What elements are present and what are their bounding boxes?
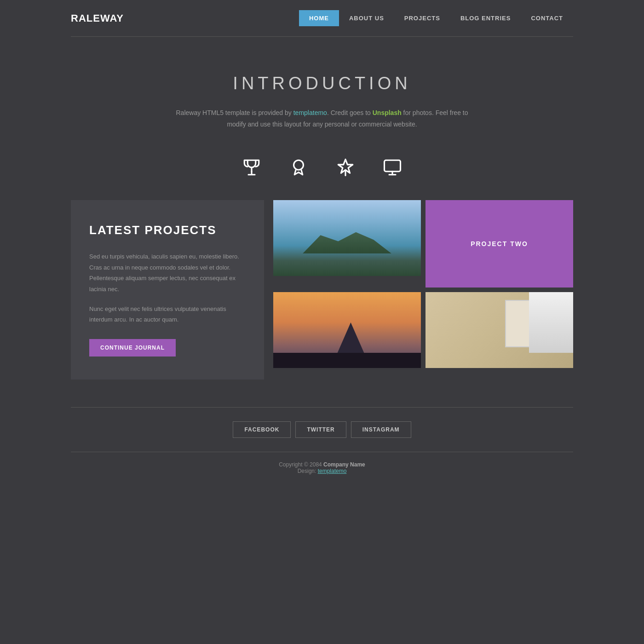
project-item-1[interactable] <box>273 200 421 288</box>
navbar: RALEWAY HOME ABOUT US PROJECTS BLOG ENTR… <box>71 0 573 36</box>
nav-divider <box>71 36 573 37</box>
intro-text-middle: . Credit goes to <box>327 109 373 116</box>
intro-heading: INTRODUCTION <box>117 74 527 93</box>
intro-description: Raleway HTML5 template is provided by te… <box>166 107 478 130</box>
nav-links: HOME ABOUT US PROJECTS BLOG ENTRIES CONT… <box>299 10 573 26</box>
nav-link-about[interactable]: ABOUT US <box>339 10 394 26</box>
svg-rect-3 <box>385 161 401 172</box>
design-line: Design: templatemo <box>71 468 573 474</box>
intro-text-before: Raleway HTML5 template is provided by <box>176 109 293 116</box>
monitor-icon <box>383 158 402 177</box>
projects-title: LATEST PROJECTS <box>89 223 246 237</box>
site-logo[interactable]: RALEWAY <box>71 12 124 24</box>
project-item-4[interactable] <box>426 292 573 380</box>
pin-icon <box>336 158 355 177</box>
facebook-button[interactable]: FACEBOOK <box>233 421 291 438</box>
nav-item-about[interactable]: ABOUT US <box>339 10 394 26</box>
social-bar: FACEBOOK TWITTER INSTAGRAM <box>71 408 573 452</box>
nav-item-blog[interactable]: BLOG ENTRIES <box>450 10 521 26</box>
projects-grid: PROJECT TWO <box>273 200 573 379</box>
project-item-2[interactable]: PROJECT TWO <box>426 200 573 288</box>
project-item-3[interactable] <box>273 292 421 380</box>
svg-point-1 <box>294 161 304 170</box>
projects-para-2: Nunc eget velit nec felis ultrices vulpu… <box>89 304 246 325</box>
intro-section: INTRODUCTION Raleway HTML5 template is p… <box>71 55 573 139</box>
footer-copyright: Copyright © 2084 Company Name Design: te… <box>71 452 573 488</box>
projects-description: LATEST PROJECTS Sed eu turpis vehicula, … <box>71 200 264 379</box>
project-image-desk <box>426 292 573 368</box>
projects-section: LATEST PROJECTS Sed eu turpis vehicula, … <box>71 200 573 407</box>
twitter-button[interactable]: TWITTER <box>295 421 346 438</box>
nav-item-projects[interactable]: PROJECTS <box>394 10 450 26</box>
templatemo-footer-link[interactable]: templatemo <box>318 468 347 474</box>
templatemo-link[interactable]: templatemo <box>293 109 327 116</box>
copyright-text: Copyright © 2084 <box>279 461 323 468</box>
company-name: Company Name <box>323 461 365 468</box>
projects-para-1: Sed eu turpis vehicula, iaculis sapien e… <box>89 251 246 294</box>
project-image-cliff <box>273 292 421 368</box>
nav-link-projects[interactable]: PROJECTS <box>394 10 450 26</box>
trophy-icon <box>242 158 261 177</box>
design-label: Design: <box>298 468 318 474</box>
features-icons <box>71 139 573 200</box>
unsplash-link[interactable]: Unsplash <box>373 109 402 116</box>
continue-journal-button[interactable]: CONTINUE JOURNAL <box>89 339 176 356</box>
copyright-line: Copyright © 2084 Company Name <box>71 461 573 468</box>
project-image-mountain <box>273 200 421 276</box>
nav-link-contact[interactable]: CONTACT <box>521 10 573 26</box>
nav-link-blog[interactable]: BLOG ENTRIES <box>450 10 521 26</box>
project-two-label: PROJECT TWO <box>471 240 528 247</box>
nav-item-contact[interactable]: CONTACT <box>521 10 573 26</box>
nav-item-home[interactable]: HOME <box>299 10 339 26</box>
award-icon <box>289 158 308 177</box>
nav-link-home[interactable]: HOME <box>299 10 339 26</box>
instagram-button[interactable]: INSTAGRAM <box>351 421 411 438</box>
